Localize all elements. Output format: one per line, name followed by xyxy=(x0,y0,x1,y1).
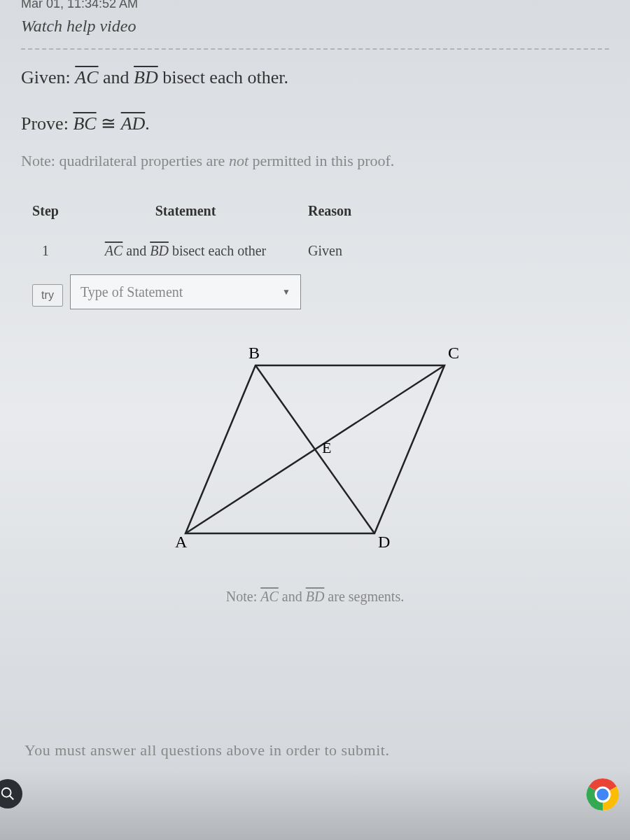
step-1-reason: Given xyxy=(301,233,532,269)
dropdown-placeholder: Type of Statement xyxy=(80,284,183,300)
submit-warning: You must answer all questions above in o… xyxy=(24,741,389,760)
figure-note: Note: AC and BD are segments. xyxy=(21,589,609,605)
os-search-button[interactable] xyxy=(0,779,22,808)
note-emphasis: not xyxy=(229,152,248,169)
label-c: C xyxy=(448,344,459,362)
empty-reason-cell xyxy=(301,274,532,316)
statement-type-dropdown[interactable]: Type of Statement ▼ xyxy=(70,274,301,309)
try-cell: try xyxy=(21,274,70,316)
prove-end: . xyxy=(145,113,150,134)
chrome-icon xyxy=(585,777,620,812)
label-b: B xyxy=(248,344,260,362)
watch-help-video-link[interactable]: Watch help video xyxy=(21,17,609,48)
figure: A B C D E Note: AC and BD are segments. xyxy=(21,337,609,605)
given-label: Given: xyxy=(21,67,75,88)
stmt-seg-ac: AC xyxy=(105,243,123,258)
col-statement-header: Statement xyxy=(70,195,301,227)
prove-text: Prove: BC ≅ AD. xyxy=(21,113,609,134)
proof-table: Step Statement Reason 1 AC and BD bisect… xyxy=(21,195,609,316)
note-prefix: Note: quadrilateral properties are xyxy=(21,152,229,169)
stmt-rest: bisect each other xyxy=(169,243,266,258)
fig-seg-bd: BD xyxy=(306,589,325,604)
step-1-statement: AC and BD bisect each other xyxy=(70,233,301,269)
statement-dropdown-cell: Type of Statement ▼ xyxy=(70,274,301,316)
label-a: A xyxy=(175,533,188,551)
proof-note: Note: quadrilateral properties are not p… xyxy=(21,152,609,170)
fig-note-and: and xyxy=(279,589,306,604)
svg-line-4 xyxy=(10,796,14,800)
parallelogram-diagram: A B C D E xyxy=(154,337,476,568)
prove-label: Prove: xyxy=(21,113,73,134)
segment-bc: BC xyxy=(73,113,96,134)
fig-seg-ac: AC xyxy=(260,589,279,604)
svg-point-3 xyxy=(2,788,11,797)
stmt-and: and xyxy=(122,243,150,258)
note-suffix: permitted in this proof. xyxy=(248,152,394,169)
label-d: D xyxy=(378,533,390,551)
svg-line-2 xyxy=(255,365,374,533)
col-step-header: Step xyxy=(21,195,70,227)
section-divider xyxy=(21,48,609,50)
congruent-symbol: ≅ xyxy=(97,113,121,134)
stmt-seg-bd: BD xyxy=(150,243,169,258)
chrome-app-icon[interactable] xyxy=(585,777,620,812)
segment-ad: AD xyxy=(121,113,146,134)
given-and: and xyxy=(99,67,134,88)
segment-bd: BD xyxy=(134,67,158,88)
segment-ac: AC xyxy=(75,67,98,88)
try-button[interactable]: try xyxy=(32,284,63,307)
given-text: Given: AC and BD bisect each other. xyxy=(21,67,609,88)
search-icon xyxy=(0,786,15,802)
page-timestamp: Mar 01, 11:34:52 AM xyxy=(21,0,609,17)
given-rest: bisect each other. xyxy=(158,67,288,88)
fig-note-suffix: are segments. xyxy=(324,589,404,604)
label-e: E xyxy=(322,439,331,456)
chevron-down-icon: ▼ xyxy=(282,287,290,298)
step-1-number: 1 xyxy=(21,233,70,269)
taskbar-shadow xyxy=(0,770,630,840)
fig-note-prefix: Note: xyxy=(226,589,260,604)
col-reason-header: Reason xyxy=(301,195,532,227)
